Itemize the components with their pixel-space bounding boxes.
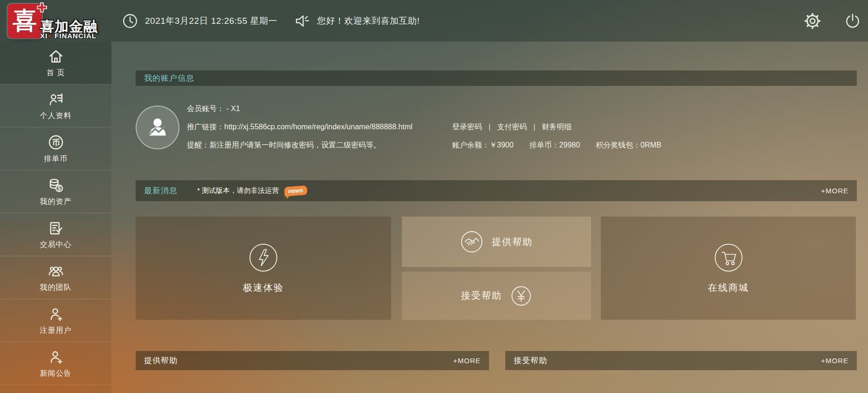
- accept-help-panel-header: 接受帮助 +MORE: [505, 351, 857, 370]
- link-separator: |: [489, 123, 490, 131]
- avatar-person-icon: [143, 113, 172, 142]
- coins-dollar-icon: $: [48, 177, 64, 194]
- main-content: 我的账户信息 会员账号： - X1 推广链接：http://xj.5586cp.…: [111, 42, 868, 393]
- queue-coin-stat: 排单币：29980: [530, 141, 580, 149]
- provide-help-panel-header: 提供帮助 +MORE: [136, 351, 489, 370]
- welcome-text: 您好！欢迎来到喜加互助!: [317, 15, 420, 27]
- shortcut-cards-row: 极速体验 提供帮助 接受帮助: [136, 217, 857, 320]
- reminder-text: 提醒：新注册用户请第一时间修改密码，设置二级密码等。: [187, 140, 381, 150]
- balance-label: 账户余额：: [452, 141, 489, 149]
- member-account-text: 会员账号： - X1: [187, 104, 240, 114]
- sidebar-item-label: 注册用户: [40, 326, 72, 336]
- accept-panel-title: 接受帮助: [514, 355, 547, 366]
- brand-en-x: XI: [40, 32, 48, 40]
- handshake-circle-icon: [460, 230, 483, 253]
- points-wallet-label: 积分奖钱包：: [596, 141, 641, 149]
- account-stats-row: 账户余额：￥3900排单币：29980积分奖钱包：0RMB: [452, 140, 661, 150]
- svg-text:$: $: [57, 185, 61, 192]
- sidebar-item-label: 排单币: [44, 154, 68, 164]
- svg-text:币: 币: [52, 138, 60, 147]
- settings-button[interactable]: [804, 12, 821, 30]
- home-icon: [48, 48, 64, 65]
- sidebar-item-register-user[interactable]: 注册用户: [0, 299, 111, 342]
- sidebar-item-trade-center[interactable]: 交易中心: [0, 213, 111, 256]
- user-add-icon: [48, 306, 64, 323]
- account-links-row: 登录密码|支付密码|财务明细: [452, 122, 572, 132]
- sidebar-item-label: 首 页: [47, 68, 65, 78]
- finance-detail-link[interactable]: 财务明细: [542, 123, 572, 131]
- speed-experience-card[interactable]: 极速体验: [136, 217, 391, 320]
- top-header: 喜 喜加金融 XI+ FINANCIAL 2021年3月22日 12:26:55…: [0, 0, 868, 42]
- sidebar-item-label: 我的资产: [40, 197, 72, 207]
- sidebar-item-profile[interactable]: 个人资料: [0, 84, 111, 127]
- brand-logo[interactable]: 喜 喜加金融 XI+ FINANCIAL: [7, 2, 115, 41]
- accept-help-card[interactable]: 接受帮助: [402, 272, 591, 320]
- speed-card-label: 极速体验: [243, 281, 284, 294]
- speaker-icon: [294, 13, 310, 29]
- provide-more-link[interactable]: +MORE: [453, 357, 481, 365]
- pay-password-link[interactable]: 支付密码: [497, 123, 527, 131]
- logo-red-square: 喜: [7, 4, 42, 38]
- user-add-icon: [48, 349, 64, 365]
- datetime-group: 2021年3月22日 12:26:55 星期一: [122, 0, 277, 42]
- logo-plus-icon: [36, 2, 48, 13]
- sidebar-item-assets[interactable]: $ 我的资产: [0, 170, 111, 213]
- trade-doc-icon: [48, 220, 64, 237]
- yen-circle-icon: [510, 285, 532, 307]
- news-notice-text: * 测试版本，请勿非法运营: [197, 186, 279, 195]
- team-icon: [48, 263, 64, 280]
- sidebar-item-news[interactable]: 新闻公告: [0, 342, 111, 385]
- account-panel-header: 我的账户信息: [136, 70, 857, 86]
- provide-help-label: 提供帮助: [492, 236, 533, 248]
- sidebar-item-team[interactable]: 我的团队: [0, 256, 111, 299]
- balance-stat: 账户余额：￥3900: [452, 141, 514, 149]
- sidebar-item-label: 个人资料: [40, 111, 72, 121]
- promo-link-label: 推广链接：: [187, 123, 224, 131]
- account-panel-title: 我的账户信息: [144, 73, 194, 84]
- login-password-link[interactable]: 登录密码: [452, 123, 482, 131]
- app-window: 喜 喜加金融 XI+ FINANCIAL 2021年3月22日 12:26:55…: [0, 0, 868, 393]
- points-wallet-value: 0RMB: [641, 141, 661, 149]
- link-separator: |: [533, 123, 535, 131]
- points-wallet-stat: 积分奖钱包：0RMB: [596, 141, 661, 149]
- sidebar-item-label: 我的团队: [40, 283, 72, 293]
- accept-help-label: 接受帮助: [461, 289, 502, 302]
- welcome-group: 您好！欢迎来到喜加互助!: [294, 0, 420, 42]
- power-icon: [844, 12, 861, 30]
- news-panel-header: 最新消息 * 测试版本，请勿非法运营 news +MORE: [136, 180, 857, 201]
- online-mall-card[interactable]: 在线商城: [601, 217, 856, 320]
- queue-coin-value: 29980: [559, 141, 580, 149]
- brand-en-plus: +: [48, 32, 52, 40]
- news-more-link[interactable]: +MORE: [821, 187, 848, 195]
- logo-glyph: 喜: [13, 5, 37, 37]
- sidebar-item-home[interactable]: 首 页: [0, 42, 111, 84]
- sidebar-nav: 首 页 个人资料 币 排单币 $ 我的资产 交易中心: [0, 42, 111, 393]
- promo-link-line: 推广链接：http://xj.5586cp.com/home/reg/index…: [187, 122, 413, 132]
- gear-icon: [804, 12, 821, 30]
- provide-help-card[interactable]: 提供帮助: [402, 217, 591, 267]
- provide-panel-title: 提供帮助: [144, 355, 178, 366]
- help-cards-column: 提供帮助 接受帮助: [402, 217, 591, 320]
- brand-name-en: XI+ FINANCIAL: [40, 32, 96, 40]
- cart-circle-icon: [713, 242, 744, 273]
- brand-en-rest: FINANCIAL: [52, 32, 96, 40]
- profile-card-icon: [48, 91, 64, 108]
- sidebar-item-label: 新闻公告: [40, 369, 72, 379]
- news-title: 最新消息: [144, 185, 178, 196]
- clock-icon: [122, 13, 138, 29]
- sidebar-item-queue-coin[interactable]: 币 排单币: [0, 127, 111, 170]
- lightning-circle-icon: [248, 242, 279, 273]
- datetime-text: 2021年3月22日 12:26:55 星期一: [145, 15, 277, 27]
- sidebar-item-label: 交易中心: [40, 240, 72, 250]
- accept-more-link[interactable]: +MORE: [821, 357, 848, 365]
- avatar[interactable]: [136, 105, 179, 149]
- mall-card-label: 在线商城: [708, 281, 749, 294]
- balance-value: ￥3900: [489, 141, 514, 149]
- power-button[interactable]: [844, 12, 861, 30]
- queue-coin-label: 排单币：: [530, 141, 559, 149]
- sidebar-item-partial[interactable]: [0, 385, 111, 393]
- coin-circle-icon: 币: [48, 134, 64, 151]
- promo-link-url[interactable]: http://xj.5586cp.com/home/reg/index/unam…: [224, 123, 413, 131]
- news-badge: news: [284, 185, 307, 196]
